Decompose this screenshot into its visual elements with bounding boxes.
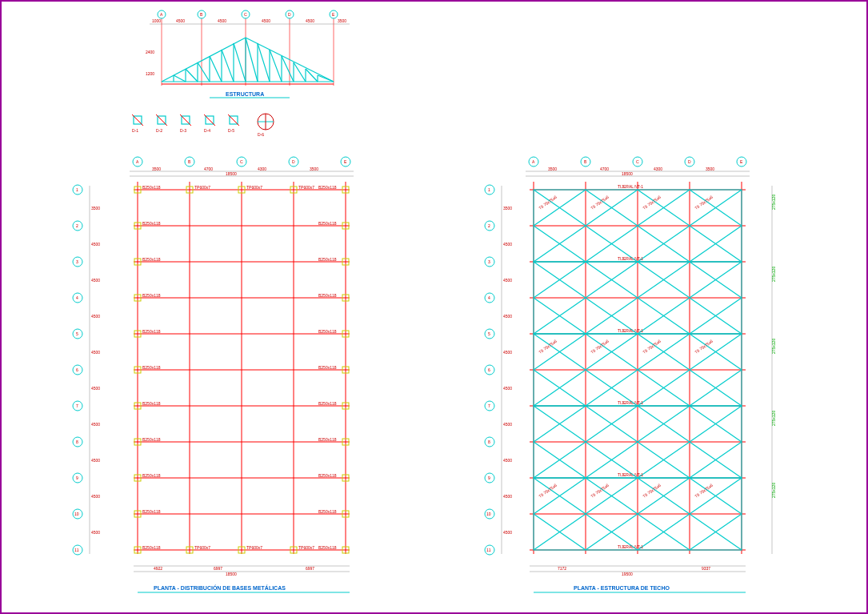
svg-text:TIJERAL NT-1: TIJERAL NT-1	[618, 472, 643, 477]
svg-text:T6 75x75x6: T6 75x75x6	[538, 195, 558, 211]
svg-text:TIJERAL NT-1: TIJERAL NT-1	[618, 544, 643, 549]
svg-text:B250x118: B250x118	[142, 401, 161, 406]
svg-text:1: 1	[76, 187, 78, 192]
svg-text:9337: 9337	[702, 566, 710, 571]
svg-text:275x120: 275x120	[771, 195, 776, 210]
svg-text:B250x118: B250x118	[318, 473, 337, 478]
svg-text:1200: 1200	[146, 71, 154, 76]
svg-text:11: 11	[74, 548, 79, 552]
svg-text:4700: 4700	[600, 167, 609, 171]
svg-text:9: 9	[488, 476, 490, 480]
svg-text:18500: 18500	[622, 171, 633, 176]
svg-text:4500: 4500	[91, 242, 100, 247]
svg-text:275x120: 275x120	[771, 267, 776, 282]
svg-text:2: 2	[488, 223, 490, 228]
svg-text:4922: 4922	[154, 566, 162, 571]
svg-text:B250x118: B250x118	[318, 185, 337, 190]
svg-text:1000: 1000	[152, 18, 161, 23]
svg-text:11: 11	[486, 548, 491, 552]
left-grid-numbers: 1 2 3 4 5 6 7 8 9 10 11	[73, 185, 82, 555]
svg-text:4: 4	[488, 295, 490, 300]
svg-text:B250x118: B250x118	[318, 509, 337, 514]
svg-text:3500: 3500	[152, 167, 161, 171]
svg-text:B250x118: B250x118	[142, 437, 161, 442]
svg-text:B250x118: B250x118	[142, 509, 161, 514]
svg-text:B250x118: B250x118	[142, 221, 161, 226]
svg-text:3500: 3500	[503, 206, 512, 211]
svg-text:275x120: 275x120	[771, 339, 776, 354]
svg-text:3500: 3500	[310, 167, 318, 171]
svg-line-52	[318, 75, 334, 82]
svg-text:4500: 4500	[91, 530, 100, 535]
svg-text:3500: 3500	[548, 167, 557, 171]
truss-elevation: A B C D E 1000 4500 4500 4500 4500 3500 …	[146, 10, 370, 102]
svg-text:10: 10	[74, 512, 79, 516]
svg-line-38	[234, 43, 246, 82]
svg-text:TIJERAL NT-1: TIJERAL NT-1	[618, 328, 643, 333]
svg-text:4500: 4500	[306, 18, 314, 23]
svg-text:D-3: D-3	[180, 128, 186, 133]
svg-text:B250x118: B250x118	[142, 329, 161, 334]
svg-text:TP600x7: TP600x7	[298, 185, 314, 190]
svg-text:4500: 4500	[91, 422, 100, 427]
svg-text:B250x118: B250x118	[142, 257, 161, 262]
svg-text:3500: 3500	[706, 167, 714, 171]
plan-right-title: PLANTA - ESTRUCTURA DE TECHO	[574, 585, 670, 591]
svg-text:T6 75x75x6: T6 75x75x6	[538, 483, 558, 499]
svg-text:TP600x7: TP600x7	[194, 545, 210, 550]
plan-right: A B C D E 3500 4700 18500 4300 3500 1 2 …	[478, 154, 822, 602]
svg-text:B250x118: B250x118	[318, 329, 337, 334]
base-labels: B250x118TP600x7TP600x7TP600x7B250x118 B2…	[142, 185, 337, 550]
svg-text:6: 6	[76, 367, 78, 372]
detail-icons: D-1 D-2 D-3 D-4 D-5 D-6	[130, 110, 306, 142]
svg-text:3: 3	[76, 259, 78, 264]
svg-text:D-4: D-4	[204, 128, 210, 133]
svg-line-40	[246, 38, 258, 82]
svg-text:TIJERAL NT-1: TIJERAL NT-1	[618, 256, 643, 261]
svg-text:B250x118: B250x118	[318, 545, 337, 550]
svg-text:6: 6	[488, 367, 490, 372]
svg-line-36	[222, 50, 234, 82]
svg-text:275x120: 275x120	[771, 483, 776, 498]
svg-text:7: 7	[488, 403, 490, 408]
svg-text:T6 75x75x6: T6 75x75x6	[642, 195, 662, 211]
svg-text:4500: 4500	[91, 350, 100, 355]
svg-text:4500: 4500	[91, 278, 100, 283]
svg-text:TIJERAL NT-1: TIJERAL NT-1	[618, 184, 643, 189]
svg-text:T6 75x75x6: T6 75x75x6	[642, 339, 662, 355]
svg-text:B250x118: B250x118	[142, 293, 161, 298]
svg-text:3500: 3500	[91, 206, 100, 211]
svg-text:T6 75x75x6: T6 75x75x6	[694, 339, 714, 355]
svg-text:4500: 4500	[176, 18, 185, 23]
svg-text:4500: 4500	[503, 530, 512, 535]
svg-text:D: D	[288, 12, 291, 17]
svg-text:8: 8	[488, 439, 490, 444]
svg-text:4500: 4500	[503, 494, 512, 499]
svg-text:B250x118: B250x118	[142, 473, 161, 478]
svg-text:4500: 4500	[503, 386, 512, 391]
svg-text:T6 75x75x6: T6 75x75x6	[590, 195, 610, 211]
svg-text:4500: 4500	[218, 18, 226, 23]
svg-text:275x120: 275x120	[771, 411, 776, 426]
svg-text:3500: 3500	[338, 18, 346, 23]
svg-text:6997: 6997	[214, 566, 222, 571]
svg-text:7172: 7172	[558, 566, 566, 571]
svg-text:4: 4	[76, 295, 78, 300]
svg-text:4500: 4500	[503, 314, 512, 319]
svg-text:B250x118: B250x118	[318, 365, 337, 370]
svg-text:4500: 4500	[91, 494, 100, 499]
svg-text:4300: 4300	[654, 167, 662, 171]
svg-text:1: 1	[488, 187, 490, 192]
svg-text:B250x118: B250x118	[318, 257, 337, 262]
svg-text:4500: 4500	[91, 386, 100, 391]
svg-text:TP600x7: TP600x7	[246, 185, 262, 190]
svg-text:C: C	[240, 159, 243, 164]
svg-text:3: 3	[488, 259, 490, 264]
svg-text:B250x118: B250x118	[318, 221, 337, 226]
svg-text:D: D	[292, 159, 295, 164]
svg-text:T6 75x75x6: T6 75x75x6	[694, 483, 714, 499]
svg-text:8: 8	[76, 439, 78, 444]
svg-line-28	[174, 75, 186, 82]
svg-text:D-1: D-1	[132, 128, 138, 133]
svg-text:T6 75x75x6: T6 75x75x6	[590, 483, 610, 499]
